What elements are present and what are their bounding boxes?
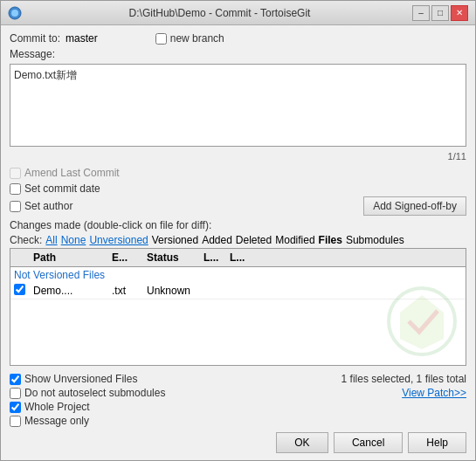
cancel-button[interactable]: Cancel <box>334 432 403 453</box>
close-button[interactable]: ✕ <box>451 5 468 21</box>
amend-checkbox <box>10 168 21 179</box>
message-counter: 1/11 <box>10 151 466 162</box>
filter-all[interactable]: All <box>45 234 57 246</box>
status-row: Show Unversioned Files 1 files selected,… <box>10 373 466 385</box>
message-label: Message: <box>10 48 55 60</box>
filter-none[interactable]: None <box>61 234 86 246</box>
filter-deleted[interactable]: Deleted <box>236 234 272 246</box>
group-header-unversioned: Not Versioned Files <box>10 267 466 283</box>
svg-marker-3 <box>400 295 444 349</box>
commit-to-label: Commit to: <box>10 32 60 45</box>
set-author-checkbox[interactable] <box>10 201 21 212</box>
message-textarea[interactable]: Demo.txt新增 <box>10 64 466 147</box>
filter-added[interactable]: Added <box>202 234 232 246</box>
commit-to-row: Commit to: master new branch <box>10 32 466 45</box>
main-window: D:\GitHub\Demo - Commit - TortoiseGit – … <box>0 0 476 461</box>
file-table: Path E... Status L... L... Not Versioned… <box>10 248 466 366</box>
new-branch-group: new branch <box>155 32 224 45</box>
window-controls: – □ ✕ <box>412 5 468 21</box>
row-l1 <box>200 290 226 292</box>
row-checkbox-cell <box>10 283 30 299</box>
changes-section: Changes made (double-click on file for d… <box>10 219 466 366</box>
row-l2 <box>226 290 252 292</box>
amend-row: Amend Last Commit <box>10 167 466 179</box>
show-unversioned-checkbox[interactable] <box>10 374 21 385</box>
filter-files[interactable]: Files <box>319 234 342 246</box>
options-section: Set commit date Set author Add Signed-of… <box>10 182 466 216</box>
message-only-checkbox[interactable] <box>10 416 21 427</box>
col-check-header <box>10 251 30 265</box>
col-ext-header: E... <box>108 251 143 265</box>
set-author-row: Set author Add Signed-off-by <box>10 196 466 216</box>
bottom-checks: Whole Project Message only <box>10 401 466 427</box>
col-l1-header: L... <box>200 251 226 265</box>
filter-row: Check: All None Unversioned Versioned Ad… <box>10 234 466 246</box>
set-commit-date-row: Set commit date <box>10 182 466 195</box>
whole-project-checkbox[interactable] <box>10 402 21 413</box>
filter-versioned[interactable]: Versioned <box>152 234 198 246</box>
table-header: Path E... Status L... L... <box>10 249 466 267</box>
filter-modified[interactable]: Modified <box>275 234 314 246</box>
window-title: D:\GitHub\Demo - Commit - TortoiseGit <box>27 7 412 19</box>
window-content: Commit to: master new branch Message: De… <box>1 25 475 460</box>
bottom-section: Show Unversioned Files 1 files selected,… <box>10 373 466 453</box>
commit-to-value: master <box>66 32 98 45</box>
title-bar: D:\GitHub\Demo - Commit - TortoiseGit – … <box>1 1 475 25</box>
changes-header: Changes made (double-click on file for d… <box>10 219 466 231</box>
row-path: Demo.... <box>30 284 108 298</box>
minimize-button[interactable]: – <box>412 5 430 21</box>
filter-unversioned[interactable]: Unversioned <box>89 234 148 246</box>
file-checkbox[interactable] <box>14 284 25 295</box>
new-branch-checkbox[interactable] <box>155 33 167 45</box>
amend-label: Amend Last Commit <box>24 167 120 179</box>
whole-project-label: Whole Project <box>24 401 90 413</box>
set-commit-date-checkbox[interactable] <box>10 183 21 195</box>
app-icon <box>8 6 22 20</box>
no-autoselect-checkbox[interactable] <box>10 388 21 399</box>
no-autoselect-label: Do not autoselect submodules <box>24 387 165 399</box>
show-unversioned-label: Show Unversioned Files <box>24 373 137 385</box>
status-text: 1 files selected, 1 files total <box>341 373 466 385</box>
row-status: Unknown <box>143 284 200 298</box>
add-signed-button[interactable]: Add Signed-off-by <box>363 196 466 216</box>
message-only-label: Message only <box>24 415 89 427</box>
row-ext: .txt <box>108 284 143 298</box>
ok-button[interactable]: OK <box>276 432 328 453</box>
svg-point-1 <box>11 10 18 17</box>
check-label: Check: <box>10 234 42 246</box>
view-patch-link[interactable]: View Patch>> <box>402 387 466 399</box>
col-path-header: Path <box>30 251 108 265</box>
watermark <box>387 286 457 356</box>
button-row: OK Cancel Help <box>10 432 466 453</box>
help-button[interactable]: Help <box>408 432 466 453</box>
col-status-header: Status <box>143 251 200 265</box>
new-branch-label: new branch <box>170 32 224 45</box>
set-author-label: Set author <box>24 200 72 212</box>
set-commit-date-label: Set commit date <box>24 182 100 195</box>
no-autoselect-row: Do not autoselect submodules View Patch>… <box>10 387 466 399</box>
maximize-button[interactable]: □ <box>431 5 449 21</box>
col-l2-header: L... <box>226 251 252 265</box>
message-label-row: Message: <box>10 48 466 60</box>
filter-submodules[interactable]: Submodules <box>346 234 404 246</box>
